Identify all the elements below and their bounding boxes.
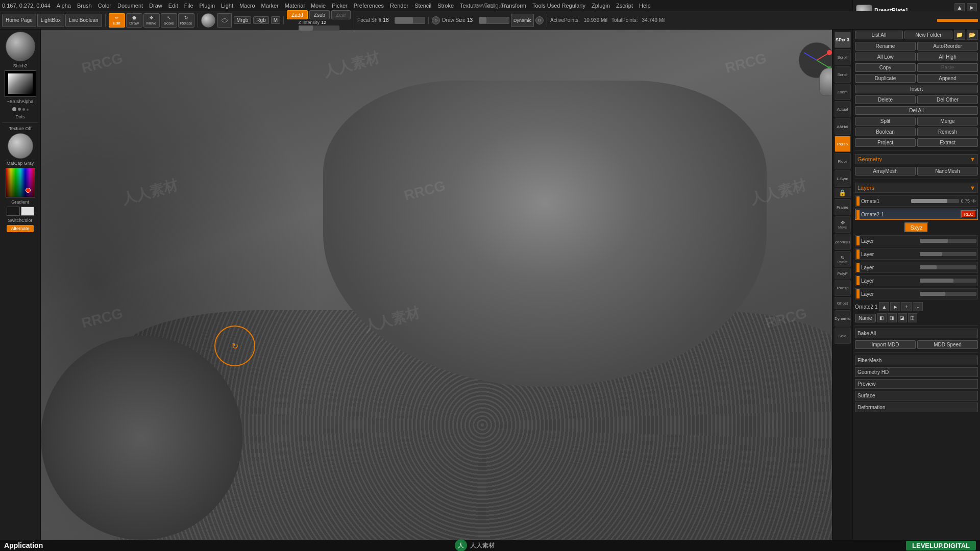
solo-button[interactable]: Solo: [835, 328, 851, 344]
frame-button[interactable]: Frame: [835, 199, 851, 215]
folder-icon[interactable]: 📁: [954, 30, 965, 40]
all-high-button[interactable]: All High: [917, 53, 978, 61]
dynamic3d-button[interactable]: Dynamic: [835, 310, 851, 327]
s-button[interactable]: S: [432, 16, 440, 24]
menu-color[interactable]: Color: [98, 3, 111, 9]
auto-reorder-button[interactable]: AutoReorder: [917, 42, 978, 51]
menu-preferences[interactable]: Preferences: [354, 3, 384, 9]
rec-button[interactable]: REC: [961, 210, 976, 218]
boolean-button[interactable]: Boolean: [855, 128, 916, 136]
layers-section-header[interactable]: Layers ▼: [855, 183, 978, 193]
transp-button[interactable]: Transp: [835, 280, 851, 296]
lock-icon-container[interactable]: 🔒: [835, 188, 851, 198]
rotate3d-button[interactable]: ↻ Rotate: [835, 251, 851, 267]
bake-all-button[interactable]: Bake All: [855, 329, 978, 338]
delete-button[interactable]: Delete: [855, 95, 916, 104]
insert-button[interactable]: Insert: [855, 85, 978, 93]
floor-button[interactable]: Floor: [835, 153, 851, 169]
ornate1-layer[interactable]: Ornate1 0.75 👁: [855, 195, 978, 207]
mrgb-button[interactable]: Mrgb: [234, 16, 252, 24]
m-button[interactable]: M: [271, 16, 280, 24]
remesh-button[interactable]: Remesh: [917, 128, 978, 136]
menu-stencil[interactable]: Stencil: [414, 3, 431, 9]
menu-zscript[interactable]: Zscript: [616, 3, 633, 9]
zoom-button[interactable]: Zoom: [835, 84, 851, 100]
menu-movie[interactable]: Movie: [311, 3, 326, 9]
fibermesh-button[interactable]: FiberMesh: [855, 356, 978, 365]
layer-up-btn[interactable]: ▲: [879, 302, 889, 311]
orientation-gizmo[interactable]: [796, 40, 837, 81]
layer-mode-4[interactable]: ◫: [908, 313, 917, 322]
layer-3[interactable]: Layer: [855, 235, 978, 246]
name-button[interactable]: Name: [855, 314, 876, 322]
canvas-area[interactable]: RRCG 人人素材 RRCG 人人素材 RRCG 人人素材 RRCG 人人素材 …: [41, 30, 847, 540]
import-mdd-button[interactable]: Import MDD: [855, 340, 916, 349]
ornate1-eye-icon[interactable]: 👁: [971, 198, 976, 204]
append-button[interactable]: Append: [917, 74, 978, 83]
menu-alpha[interactable]: Alpha: [57, 3, 71, 9]
rotate-button[interactable]: ↻ Rotate: [178, 13, 194, 28]
layer-down-btn[interactable]: ►: [890, 302, 900, 311]
layer-3-slider[interactable]: [920, 239, 977, 243]
layer-6-slider[interactable]: [920, 279, 977, 283]
layer-mode-3[interactable]: ◪: [898, 313, 907, 322]
rename-button[interactable]: Rename: [855, 42, 916, 51]
menu-material[interactable]: Material: [285, 3, 305, 9]
layer-mode-2[interactable]: ◨: [888, 313, 897, 322]
layer-6[interactable]: Layer: [855, 275, 978, 286]
list-all-button[interactable]: List All: [855, 31, 903, 39]
nanomesh-button[interactable]: NanoMesh: [917, 167, 978, 176]
focal-shift-slider[interactable]: [395, 17, 425, 24]
dynamic-button[interactable]: Dynamic: [511, 14, 534, 27]
menu-plugin[interactable]: Plugin: [200, 3, 215, 9]
menu-render[interactable]: Render: [390, 3, 408, 9]
menu-help[interactable]: Help: [639, 3, 651, 9]
draw-button[interactable]: ⬟ Draw: [126, 13, 142, 28]
material-sphere[interactable]: [8, 133, 33, 159]
sxyz-button[interactable]: Sxyz: [904, 222, 929, 233]
scroll2-button[interactable]: Scroll: [835, 66, 851, 83]
del-all-button[interactable]: Del All: [855, 106, 978, 115]
arraymesh-button[interactable]: ArrayMesh: [855, 167, 916, 176]
move-icon-btn[interactable]: ✥ Move: [835, 216, 851, 233]
folder-nav-icon[interactable]: 📂: [967, 30, 978, 40]
polyf-icon[interactable]: PolyF: [835, 268, 851, 279]
menu-brush[interactable]: Brush: [77, 3, 92, 9]
edit-button[interactable]: ✏ Edit: [109, 13, 125, 28]
menu-stroke[interactable]: Stroke: [437, 3, 454, 9]
zcur-button[interactable]: Zcur: [331, 10, 351, 19]
layer-5[interactable]: Layer: [855, 262, 978, 273]
preview-button[interactable]: Preview: [855, 379, 978, 389]
layer-del-btn[interactable]: -: [913, 302, 923, 311]
mdd-speed-button[interactable]: MDD Speed: [917, 340, 978, 349]
menu-document[interactable]: Document: [117, 3, 143, 9]
layer-4[interactable]: Layer: [855, 248, 978, 260]
draw-size-slider[interactable]: [479, 17, 509, 24]
swatch-light[interactable]: [21, 207, 34, 216]
layer-7[interactable]: Layer: [855, 288, 978, 299]
move-button[interactable]: ✥ Move: [143, 13, 160, 28]
geometry-section-header[interactable]: Geometry ▼: [855, 154, 978, 164]
color-picker[interactable]: [6, 168, 35, 197]
del-other-button[interactable]: Del Other: [917, 95, 978, 104]
geometry-hd-button[interactable]: Geometry HD: [855, 367, 978, 377]
home-page-button[interactable]: Home Page: [2, 14, 36, 27]
layer-mode-1[interactable]: ◧: [877, 313, 887, 322]
zsub-button[interactable]: Zsub: [309, 10, 330, 19]
zoom3d-button[interactable]: Zoom3D: [835, 234, 851, 250]
copy-button[interactable]: Copy: [855, 63, 916, 72]
menu-picker[interactable]: Picker: [332, 3, 348, 9]
bpr-button[interactable]: SPix 3: [835, 32, 851, 48]
alpha-preview[interactable]: [5, 70, 36, 97]
menu-light[interactable]: Light: [221, 3, 233, 9]
menu-file[interactable]: File: [184, 3, 193, 9]
live-boolean-button[interactable]: Live Boolean: [65, 14, 102, 27]
menu-macro[interactable]: Macro: [239, 3, 255, 9]
rgb-button[interactable]: Rgb: [253, 16, 268, 24]
brush-preview-sphere[interactable]: [6, 32, 35, 61]
active-material-sphere[interactable]: [201, 13, 215, 28]
scale-button[interactable]: ⤡ Scale: [161, 13, 177, 28]
z-intensity-slider[interactable]: [299, 26, 339, 31]
menu-marker[interactable]: Marker: [261, 3, 279, 9]
layer-5-slider[interactable]: [920, 265, 977, 269]
